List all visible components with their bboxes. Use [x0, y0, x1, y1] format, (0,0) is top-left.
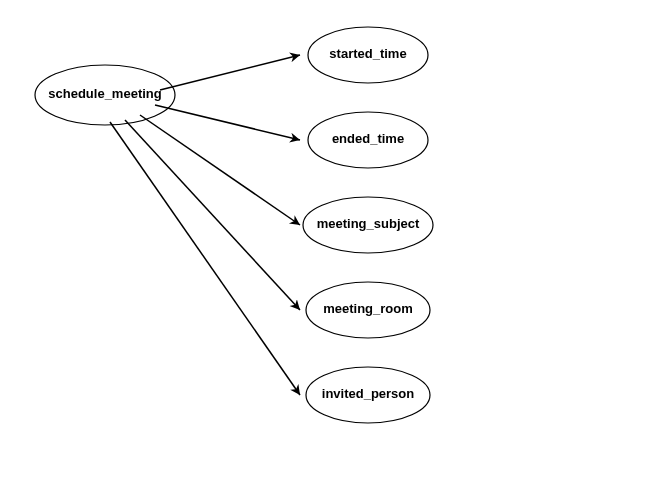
- edge-to-invited-person: [110, 122, 300, 395]
- node-meeting-subject: meeting_subject: [303, 197, 433, 253]
- node-schedule-meeting-label: schedule_meeting: [48, 86, 161, 101]
- edge-to-meeting-subject: [140, 115, 300, 225]
- node-meeting-subject-label: meeting_subject: [317, 216, 420, 231]
- node-started-time-label: started_time: [329, 46, 406, 61]
- node-ended-time: ended_time: [308, 112, 428, 168]
- node-started-time: started_time: [308, 27, 428, 83]
- edges-group: [110, 55, 300, 395]
- node-meeting-room: meeting_room: [306, 282, 430, 338]
- edge-to-meeting-room: [125, 120, 300, 310]
- node-invited-person: invited_person: [306, 367, 430, 423]
- edge-to-ended-time: [155, 105, 300, 140]
- diagram-canvas: schedule_meeting started_time ended_time…: [0, 0, 662, 502]
- edge-to-started-time: [160, 55, 300, 90]
- node-ended-time-label: ended_time: [332, 131, 404, 146]
- node-schedule-meeting: schedule_meeting: [35, 65, 175, 125]
- node-meeting-room-label: meeting_room: [323, 301, 413, 316]
- node-invited-person-label: invited_person: [322, 386, 415, 401]
